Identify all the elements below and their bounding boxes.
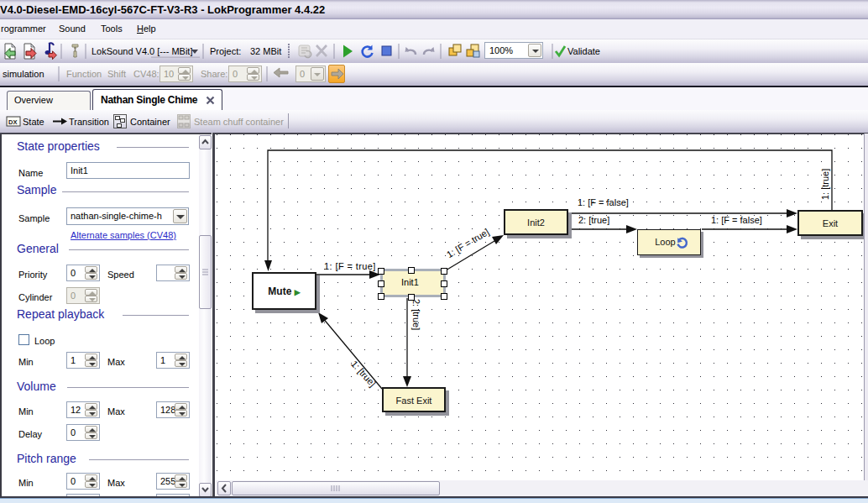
svg-text:DX: DX (8, 118, 17, 126)
